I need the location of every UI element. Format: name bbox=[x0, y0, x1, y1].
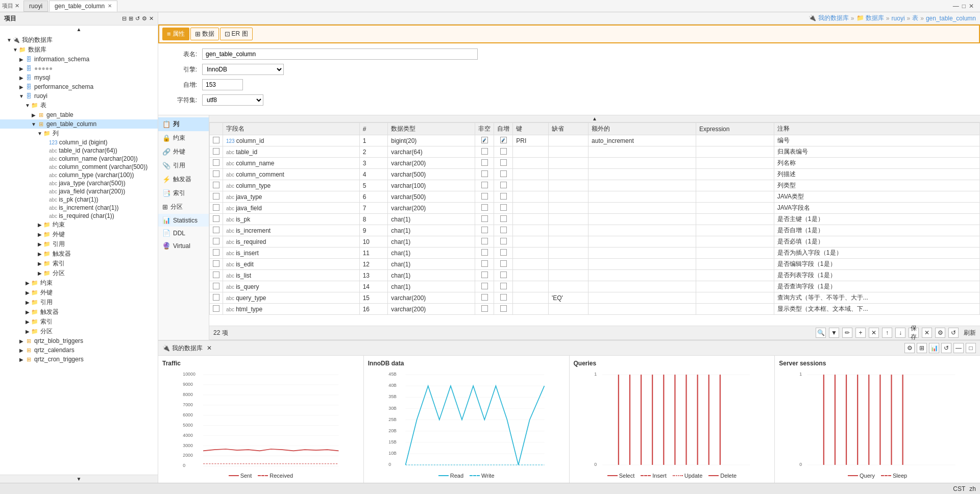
row-checkbox[interactable] bbox=[213, 215, 219, 222]
collapse-icon[interactable]: ⊟ bbox=[122, 15, 127, 22]
tree-item-col-column-type[interactable]: abc column_type (varchar(100)) bbox=[0, 171, 158, 179]
autoinc-checkbox[interactable] bbox=[500, 305, 507, 312]
table-row[interactable]: abcis_increment 9 char(1) 是否自增（1是） bbox=[210, 225, 980, 236]
table-row[interactable]: abcis_insert 11 char(1) 是否为插入字段（1是） bbox=[210, 248, 980, 259]
nav-item-partitions[interactable]: ⊞ 分区 bbox=[158, 200, 209, 214]
table-cell-check[interactable] bbox=[210, 158, 223, 169]
breadcrumb-table-label[interactable]: 表 bbox=[912, 14, 918, 22]
notnull-checkbox[interactable] bbox=[481, 215, 488, 222]
bp-maximize-icon[interactable]: □ bbox=[966, 343, 976, 353]
table-cell-check[interactable] bbox=[210, 270, 223, 281]
table-cell-autoinc[interactable] bbox=[494, 225, 513, 236]
notnull-checkbox[interactable] bbox=[481, 204, 488, 211]
table-cell-notnull[interactable] bbox=[475, 270, 494, 281]
table-cell-name[interactable]: abcquery_type bbox=[223, 292, 360, 304]
bp-chart-icon[interactable]: 📊 bbox=[929, 343, 939, 353]
search-btn[interactable]: 🔍 bbox=[816, 328, 826, 338]
settings-icon[interactable]: ⚙ bbox=[142, 15, 147, 22]
tree-item-col-java-type[interactable]: abc java_type (varchar(500)) bbox=[0, 179, 158, 187]
autoinc-checkbox[interactable] bbox=[500, 193, 507, 200]
settings2-btn[interactable]: ⚙ bbox=[935, 328, 945, 338]
table-cell-name[interactable]: abcis_pk bbox=[223, 214, 360, 225]
table-row[interactable]: abcjava_field 7 varchar(200) JAVA字段名 bbox=[210, 203, 980, 214]
expand-arrow[interactable]: ▼ bbox=[37, 131, 43, 136]
scroll-up-arrow[interactable]: ▲ bbox=[0, 26, 158, 33]
autoinc-checkbox[interactable] bbox=[500, 182, 507, 188]
table-cell-name[interactable]: 123column_id bbox=[223, 135, 360, 146]
table-cell-name[interactable]: abchtml_type bbox=[223, 304, 360, 315]
tree-item-information-schema[interactable]: ▶ 🗄 information_schema bbox=[0, 55, 158, 64]
table-cell-name[interactable]: abcis_required bbox=[223, 236, 360, 248]
row-checkbox[interactable] bbox=[213, 182, 219, 188]
row-checkbox[interactable] bbox=[213, 283, 219, 289]
tree-item-col-column-comment[interactable]: abc column_comment (varchar(500)) bbox=[0, 163, 158, 171]
expand-arrow[interactable]: ▶ bbox=[24, 300, 31, 305]
table-row[interactable]: abchtml_type 16 varchar(200) 显示类型（文本框、文本… bbox=[210, 304, 980, 315]
delete-btn[interactable]: ✕ bbox=[869, 328, 879, 338]
refresh-tree-icon[interactable]: ↺ bbox=[135, 15, 140, 22]
autoinc-checkbox[interactable]: ✓ bbox=[500, 137, 507, 143]
table-cell-notnull[interactable] bbox=[475, 281, 494, 292]
tree-item-constraints[interactable]: ▶ 📁 约束 bbox=[0, 220, 158, 230]
notnull-checkbox[interactable] bbox=[481, 148, 488, 155]
table-cell-name[interactable]: abccolumn_type bbox=[223, 180, 360, 191]
notnull-checkbox[interactable] bbox=[481, 249, 488, 256]
table-cell-check[interactable] bbox=[210, 203, 223, 214]
tree-item-mysql[interactable]: ▶ 🗄 mysql bbox=[0, 73, 158, 82]
tree-item-performance-schema[interactable]: ▶ 🗄 performance_schema bbox=[0, 82, 158, 91]
nav-item-indexes[interactable]: 📑 索引 bbox=[158, 186, 209, 200]
tree-item-ruoyi-references[interactable]: ▶ 📁 引用 bbox=[0, 298, 158, 307]
table-cell-autoinc[interactable] bbox=[494, 292, 513, 304]
table-cell-check[interactable] bbox=[210, 225, 223, 236]
nav-item-columns[interactable]: 📋 列 bbox=[158, 117, 209, 131]
table-cell-autoinc[interactable] bbox=[494, 169, 513, 180]
table-cell-notnull[interactable] bbox=[475, 225, 494, 236]
table-cell-notnull[interactable] bbox=[475, 191, 494, 203]
table-row[interactable]: abcis_query 14 char(1) 是否查询字段（1是） bbox=[210, 281, 980, 292]
tab-properties-btn[interactable]: ≡ 属性 bbox=[162, 28, 189, 40]
notnull-checkbox[interactable] bbox=[481, 227, 488, 233]
expand-arrow[interactable]: ▼ bbox=[6, 37, 12, 43]
table-cell-name[interactable]: abcis_insert bbox=[223, 248, 360, 259]
notnull-checkbox[interactable] bbox=[481, 260, 488, 267]
table-row[interactable]: abcis_list 13 char(1) 是否列表字段（1是） bbox=[210, 270, 980, 281]
breadcrumb-databases[interactable]: 📁 数据库 bbox=[856, 14, 884, 22]
table-cell-check[interactable] bbox=[210, 191, 223, 203]
tree-item-gen-table-column[interactable]: ▼ ⊞ gen_table_column bbox=[0, 119, 158, 129]
table-cell-notnull[interactable] bbox=[475, 304, 494, 315]
table-row[interactable]: abcis_required 10 char(1) 是否必填（1是） bbox=[210, 236, 980, 248]
autoinc-checkbox[interactable] bbox=[500, 159, 507, 166]
autoinc-checkbox[interactable] bbox=[500, 215, 507, 222]
table-row[interactable]: abctable_id 2 varchar(64) 归属表编号 bbox=[210, 146, 980, 158]
table-cell-notnull[interactable] bbox=[475, 169, 494, 180]
col-header-autoinc[interactable]: 自增 bbox=[494, 123, 513, 135]
tree-item-ruoyi-triggers[interactable]: ▶ 📁 触发器 bbox=[0, 307, 158, 317]
tree-item-qrtz-cal[interactable]: ▶ ⊞ qrtz_calendars bbox=[0, 345, 158, 355]
expand-arrow[interactable]: ▶ bbox=[18, 357, 24, 362]
table-cell-autoinc[interactable] bbox=[494, 158, 513, 169]
row-checkbox[interactable] bbox=[213, 193, 219, 200]
nav-item-foreign-keys[interactable]: 🔗 外键 bbox=[158, 145, 209, 159]
tab-er-btn[interactable]: ⊡ ER 图 bbox=[220, 28, 253, 40]
bottom-panel-close-icon[interactable]: ✕ bbox=[207, 344, 212, 352]
expand-arrow[interactable]: ▶ bbox=[24, 319, 31, 325]
table-cell-check[interactable] bbox=[210, 180, 223, 191]
breadcrumb-gen-table-column[interactable]: gen_table_column bbox=[926, 15, 976, 22]
table-cell-name[interactable]: abcjava_field bbox=[223, 203, 360, 214]
table-cell-check[interactable] bbox=[210, 248, 223, 259]
autoinc-checkbox[interactable] bbox=[500, 204, 507, 211]
scroll-down-arrow[interactable]: ▼ bbox=[0, 475, 158, 483]
table-name-input[interactable] bbox=[202, 48, 478, 60]
expand-arrow[interactable]: ▶ bbox=[37, 222, 43, 228]
col-header-name[interactable]: 字段名 bbox=[223, 123, 360, 135]
table-row[interactable]: abccolumn_name 3 varchar(200) 列名称 bbox=[210, 158, 980, 169]
table-cell-autoinc[interactable] bbox=[494, 259, 513, 270]
filter-btn[interactable]: ▼ bbox=[829, 328, 839, 338]
tab-gen-table-column[interactable]: gen_table_column ✕ bbox=[49, 1, 117, 12]
expand-arrow[interactable]: ▼ bbox=[24, 103, 31, 108]
table-cell-autoinc[interactable] bbox=[494, 236, 513, 248]
table-cell-notnull[interactable] bbox=[475, 203, 494, 214]
row-checkbox[interactable] bbox=[213, 238, 219, 244]
notnull-checkbox[interactable] bbox=[481, 159, 488, 166]
breadcrumb-ruoyi[interactable]: ruoyi bbox=[892, 15, 905, 22]
